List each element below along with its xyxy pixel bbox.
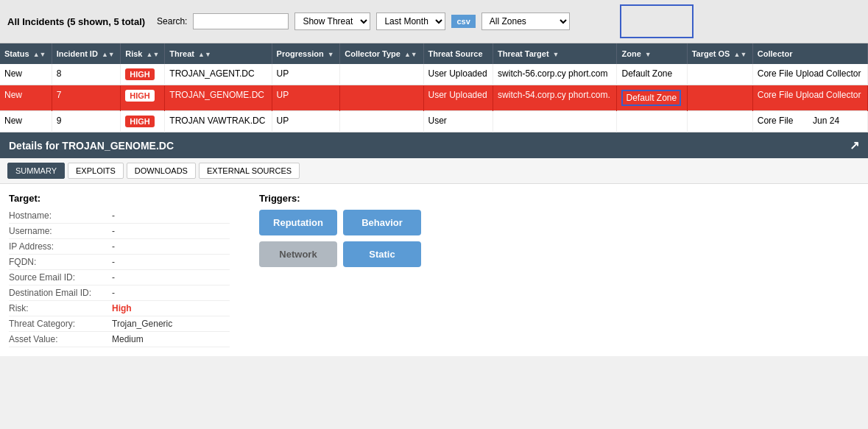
cell-threat-target (493, 111, 617, 132)
cell-status: New (0, 85, 52, 111)
cell-risk: HIGH (121, 85, 165, 111)
col-collector-type[interactable]: Collector Type ▲▼ (340, 43, 423, 64)
tab-downloads[interactable]: DOWNLOADS (127, 163, 196, 179)
tab-exploits[interactable]: EXPLOITS (68, 163, 124, 179)
source-email-value: - (112, 272, 115, 283)
field-source-email: Source Email ID: - (9, 270, 230, 286)
cell-target-os (687, 85, 752, 111)
cell-incident-id: 8 (52, 64, 121, 85)
reputation-trigger-button[interactable]: Reputation (259, 210, 337, 235)
field-asset-value: Asset Value: Medium (9, 332, 230, 347)
username-label: Username: (9, 226, 112, 236)
cell-threat: TROJAN_AGENT.DC (165, 64, 272, 85)
cell-collector-type (340, 64, 423, 85)
page-title: All Incidents (5 shown, 5 total) (7, 16, 145, 27)
show-threat-select[interactable]: Show Threat (294, 13, 370, 30)
cell-collector: Core File Jun 24 (752, 111, 867, 132)
field-ipaddress: IP Address: - (9, 239, 230, 255)
cell-threat-source: User Uploaded (423, 64, 493, 85)
cell-threat-target: switch-54.corp.cy phort.com. (493, 85, 617, 111)
trigger-grid: Reputation Behavior Network Static (259, 210, 421, 267)
table-header-row: Status ▲▼ Incident ID ▲▼ Risk ▲▼ Threat … (0, 43, 868, 64)
cell-status: New (0, 111, 52, 132)
cell-target-os (687, 111, 752, 132)
cell-progression: UP (272, 111, 340, 132)
tab-external-sources[interactable]: EXTERNAL SOURCES (199, 163, 300, 179)
top-bar: All Incidents (5 shown, 5 total) Search:… (0, 0, 868, 43)
cell-progression: UP (272, 85, 340, 111)
static-trigger-button[interactable]: Static (343, 241, 421, 267)
details-title: Details for TROJAN_GENOME.DC (9, 140, 174, 152)
col-threat-target[interactable]: Threat Target ▼ (493, 43, 617, 64)
field-risk: Risk: High (9, 301, 230, 316)
target-section: Target: Hostname: - Username: - IP Addre… (9, 193, 230, 347)
time-range-select[interactable]: Last Month (376, 13, 445, 30)
cell-status: New (0, 64, 52, 85)
zone-column-highlight-box (620, 4, 694, 38)
col-target-os[interactable]: Target OS ▲▼ (687, 43, 752, 64)
incidents-table: Status ▲▼ Incident ID ▲▼ Risk ▲▼ Threat … (0, 43, 868, 132)
cell-progression: UP (272, 64, 340, 85)
col-status[interactable]: Status ▲▼ (0, 43, 52, 64)
field-threat-category: Threat Category: Trojan_Generic (9, 316, 230, 332)
cell-collector: Core File Upload Collector (752, 85, 867, 111)
cell-target-os (687, 64, 752, 85)
cell-threat-target: switch-56.corp.cy phort.com (493, 64, 617, 85)
cell-threat-source: User (423, 111, 493, 132)
asset-value-label: Asset Value: (9, 334, 112, 344)
col-progression[interactable]: Progression ▼ (272, 43, 340, 64)
source-email-label: Source Email ID: (9, 272, 112, 283)
search-input[interactable] (193, 13, 289, 29)
search-label: Search: (157, 16, 187, 26)
asset-value-value: Medium (112, 334, 144, 344)
threat-category-label: Threat Category: (9, 319, 112, 329)
cell-threat-source: User Uploaded (423, 85, 493, 111)
target-label: Target: (9, 193, 230, 204)
field-username: Username: - (9, 224, 230, 239)
field-dest-email: Destination Email ID: - (9, 286, 230, 301)
zones-select[interactable]: All Zones (481, 13, 570, 30)
username-value: - (112, 226, 115, 236)
triggers-label: Triggers: (259, 193, 859, 204)
network-trigger-button[interactable]: Network (259, 241, 337, 267)
fqdn-value: - (112, 257, 115, 267)
col-incident-id[interactable]: Incident ID ▲▼ (52, 43, 121, 64)
details-header: Details for TROJAN_GENOME.DC ↗ (0, 132, 868, 158)
cell-zone: Default Zone (617, 85, 687, 111)
expand-icon[interactable]: ↗ (850, 138, 859, 152)
col-threat[interactable]: Threat ▲▼ (165, 43, 272, 64)
dest-email-label: Destination Email ID: (9, 288, 112, 298)
triggers-section: Triggers: Reputation Behavior Network St… (259, 193, 859, 347)
behavior-trigger-button[interactable]: Behavior (343, 210, 421, 235)
col-collector[interactable]: Collector (752, 43, 867, 64)
details-tabs: SUMMARY EXPLOITS DOWNLOADS EXTERNAL SOUR… (0, 158, 868, 184)
cell-collector: Core File Upload Collector (752, 64, 867, 85)
ipaddress-label: IP Address: (9, 241, 112, 252)
risk-value: High (112, 303, 132, 313)
col-risk[interactable]: Risk ▲▼ (121, 43, 165, 64)
col-zone[interactable]: Zone ▼ (617, 43, 687, 64)
ipaddress-value: - (112, 241, 115, 252)
app-container: All Incidents (5 shown, 5 total) Search:… (0, 0, 868, 356)
field-fqdn: FQDN: - (9, 255, 230, 270)
table-row[interactable]: New 8 HIGH TROJAN_AGENT.DC UP User Uploa… (0, 64, 868, 85)
hostname-label: Hostname: (9, 210, 112, 221)
cell-zone: Default Zone (617, 64, 687, 85)
details-panel: Details for TROJAN_GENOME.DC ↗ SUMMARY E… (0, 132, 868, 356)
cell-incident-id: 7 (52, 85, 121, 111)
cell-collector-type (340, 111, 423, 132)
cell-zone (617, 111, 687, 132)
fqdn-label: FQDN: (9, 257, 112, 267)
cell-risk: HIGH (121, 111, 165, 132)
threat-category-value: Trojan_Generic (112, 319, 172, 329)
field-hostname: Hostname: - (9, 208, 230, 224)
col-threat-source[interactable]: Threat Source (423, 43, 493, 64)
cell-threat: TROJAN_GENOME.DC (165, 85, 272, 111)
cell-risk: HIGH (121, 64, 165, 85)
csv-export-button[interactable]: csv (451, 15, 475, 28)
dest-email-value: - (112, 288, 115, 298)
table-row[interactable]: New 9 HIGH TROJAN VAWTRAK.DC UP User Cor… (0, 111, 868, 132)
tab-summary[interactable]: SUMMARY (7, 163, 65, 179)
table-row[interactable]: New 7 HIGH TROJAN_GENOME.DC UP User Uplo… (0, 85, 868, 111)
details-body: Target: Hostname: - Username: - IP Addre… (0, 184, 868, 356)
